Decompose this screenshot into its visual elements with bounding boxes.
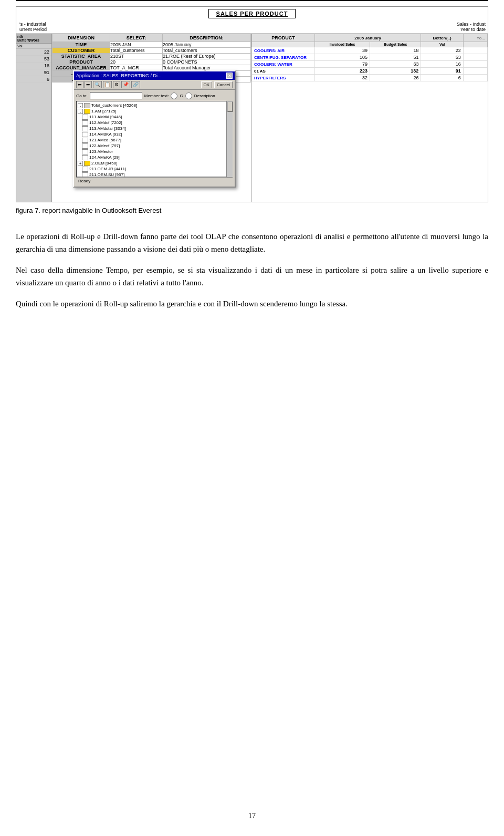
val-cs-3: 53 [421,54,463,61]
page-number: 17 [0,812,504,820]
tree-toggle-1am[interactable]: - [78,109,83,114]
toolbar-icon-4[interactable]: 📋 [103,81,112,88]
val-cs-2: 51 [370,54,421,61]
ok-button[interactable]: OK [201,81,213,88]
data-sub-budget: Budget Sales [370,42,421,47]
dialog-statusbar: Ready [76,177,233,184]
val-cw-2: 63 [370,61,421,68]
dim-name-account: ACCOUNT_MANAGER [52,65,110,71]
member-text-label: Member text: [144,94,169,98]
tree-item-2oem[interactable]: + 2.OEM [9450] [78,161,231,166]
customer-dialog: Application : SALES_REPORTING / Di... ✕ … [73,70,236,188]
desc-radio[interactable] [185,92,192,99]
data-col-product-header: PRODUCT [252,34,315,42]
val-hf-4 [463,75,487,81]
paragraph-2: Nel caso della dimensione Tempo, per ese… [16,264,488,289]
tree-item-1am[interactable]: - 1.AM [27125] [78,109,231,114]
tree-item-121[interactable]: 121.AMed [5677] [78,138,231,143]
paragraph-3: Quindi con le operazioni di Roll-up sali… [16,297,488,310]
dim-name-customer: CUSTOMER [52,48,110,54]
data-sub-yo [463,42,487,47]
tree-item-114[interactable]: 114.AMdKA [932] [78,132,231,137]
data-row-01as: 01 AS 223 132 91 [252,68,488,75]
toolbar-icon-3[interactable]: 🔍 [93,81,102,88]
dim-name-statistic: STATISTIC_AREA [52,54,110,59]
dim-desc-account: Total Account Manager [163,65,251,71]
tree-item-111[interactable]: 111.AMdkl [9446] [78,115,231,120]
dim-desc-product: 0 COMPONETS [163,59,251,65]
tree-item-124[interactable]: 124.AMeKA [29] [78,155,231,160]
val-01as-2: 132 [370,68,421,75]
dimension-area: DIMENSION SELECT: DESCRIPTION: TIME 2005… [52,34,251,202]
tree-item-211jr[interactable]: 211.OEM.JR [4411] [78,167,231,172]
page-content: SALES PER PRODUCT 's - Industrial urrent… [0,1,504,339]
data-sub-invoiced: Invoiced Sales [315,42,370,47]
left-row-2: 53 [16,56,51,63]
dialog-tree[interactable]: - Total_customers [45268] - 1.AM [27125] [76,101,233,177]
tree-icon-2oem [84,161,90,166]
tree-item-113[interactable]: 113.AMdstar [3034] [78,126,231,131]
data-col-better-header: Better/(..) [421,34,463,42]
toolbar-icon-7[interactable]: 🔗 [131,81,140,88]
tree-label-211su: 211.OEM.SU [957] [89,172,124,177]
left-row-5: 6 [16,76,51,83]
toolbar-icon-1[interactable]: ⬅ [76,81,83,88]
paragraph-1: Le operazioni di Roll-up e Drill-down fa… [16,230,488,255]
product-coolers-water: COOLERS: WATER [252,61,315,68]
tree-label-114: 114.AMdKA [932] [89,132,122,137]
val-ca-2: 18 [370,47,421,54]
dialog-titlebar: Application : SALES_REPORTING / Di... ✕ [74,71,235,80]
product-coolers-air: COOLERS: AIR [252,47,315,54]
tree-label-113: 113.AMdstar [3034] [89,126,126,131]
dim-desc-time: 2005 January [163,42,251,48]
tree-item-112[interactable]: 112.AMdcf [7202] [78,120,231,126]
val-ca-4 [463,47,487,54]
dim-select-account: TOT_A_MGR [110,65,163,71]
left-row-4: 91 [16,69,51,76]
val-01as-3: 91 [421,68,463,75]
dialog-content: Go to: Member text: G Description - [74,90,235,187]
tree-item-211su[interactable]: 211.OEM.SU [957] [78,172,231,177]
dim-row-statistic: STATISTIC_AREA 210ST 21.ROE (Rest of Eur… [52,54,251,59]
tree-item-root[interactable]: - Total_customers [45268] [78,103,231,108]
id-label: G [180,94,183,98]
tree-label-2oem: 2.OEM [9450] [91,161,117,166]
tree-icon-121 [82,138,88,143]
tree-icon-124 [82,155,88,160]
left-sub-header: Val [16,44,51,49]
val-01as-4 [463,68,487,75]
data-row-coolers-air: COOLERS: AIR 39 18 22 [252,47,488,54]
dialog-close-button[interactable]: ✕ [226,73,233,79]
toolbar-icon-6[interactable]: 📌 [121,81,130,88]
tree-label-122: 122.AMecf [797] [89,143,120,148]
tree-label-123: 123.AMestor [89,149,113,154]
tree-toggle-2oem[interactable]: + [78,161,83,166]
tree-item-123[interactable]: 123.AMestor [78,149,231,154]
dim-col-select: SELECT: [110,34,163,42]
id-radio[interactable] [171,92,177,99]
dim-select-customer: Total_customers [110,48,163,54]
tree-item-122[interactable]: 122.AMecf [797] [78,143,231,149]
val-cs-4 [463,54,487,61]
data-sub-product [252,42,315,47]
left-row-3: 16 [16,63,51,69]
tree-icon-1am [84,109,90,114]
cancel-button[interactable]: Cancel [214,81,233,88]
toolbar-icon-5[interactable]: ⚙ [113,81,120,88]
tree-icon-122 [82,143,88,149]
tree-icon-113 [82,126,88,131]
val-cw-1: 79 [315,61,370,68]
dim-name-product: PRODUCT [52,59,110,65]
goto-label: Go to: [76,94,88,98]
goto-input[interactable] [90,92,142,99]
tree-toggle-root[interactable]: - [78,103,83,108]
val-hf-1: 32 [315,75,370,81]
dim-select-time: 2005.JAN [110,42,163,48]
dim-desc-statistic: 21.ROE (Rest of Europe) [163,54,251,59]
scrollbar-thumb[interactable] [227,101,233,112]
report-main-body: nth Better/(Wors Val 22 53 16 91 6 [16,34,488,202]
tree-scrollbar[interactable] [226,101,233,177]
toolbar-icon-2[interactable]: ➡ [85,81,92,88]
dialog-tree-container: - Total_customers [45268] - 1.AM [27125] [76,101,233,177]
figure-caption: figura 7. report navigabile in Outlookso… [16,207,488,214]
